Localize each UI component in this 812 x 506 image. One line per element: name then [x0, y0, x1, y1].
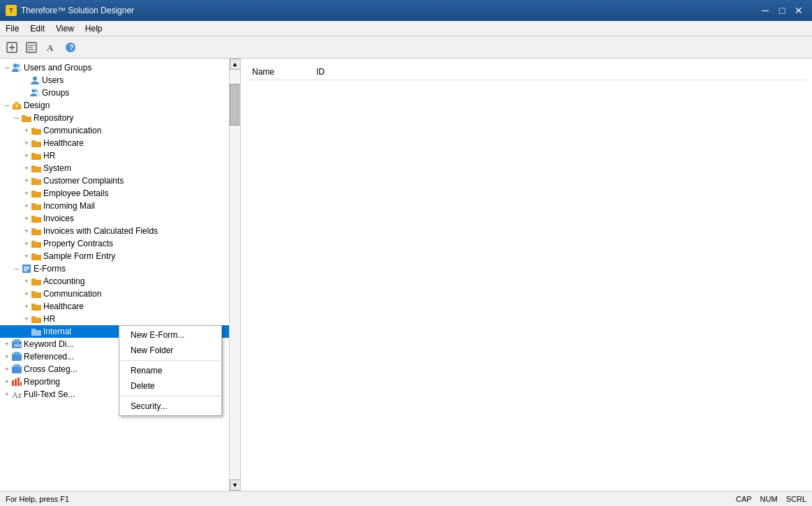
tree-label: Communication: [43, 289, 101, 299]
tree-label: Healthcare: [43, 302, 84, 311]
tree-label: Healthcare: [43, 138, 84, 148]
tree-label: Incoming Mail: [43, 201, 95, 211]
tree-item-design[interactable]: ─ Design: [0, 99, 229, 112]
tree-item-sample-form-entry[interactable]: + Sample Form Entry: [0, 250, 229, 262]
svg-rect-26: [12, 380, 14, 386]
tree-label: Users and Groups: [24, 63, 91, 73]
context-menu: New E-Form... New Folder Rename Delete S…: [119, 325, 222, 416]
context-menu-new-folder[interactable]: New Folder: [119, 343, 221, 358]
tree-item-eforms-communication[interactable]: + Communication: [0, 288, 229, 300]
context-menu-rename[interactable]: Rename: [119, 363, 221, 378]
tree-label: Groups: [42, 88, 69, 98]
tree-item-users[interactable]: Users: [0, 74, 229, 87]
svg-rect-21: [24, 270, 27, 271]
help-button[interactable]: ?: [61, 38, 80, 57]
tree-item-users-and-groups[interactable]: ─ Users and Groups: [0, 61, 229, 74]
tree-item-accounting[interactable]: + Accounting: [0, 275, 229, 288]
tree-item-customer-complaints[interactable]: + Customer Complaints: [0, 174, 229, 187]
tree-label: Cross Categ...: [24, 364, 77, 374]
scroll-up-arrow[interactable]: ▲: [230, 59, 241, 70]
scroll-thumb[interactable]: [230, 84, 239, 126]
tree-item-eforms-healthcare[interactable]: + Healthcare: [0, 300, 229, 313]
toolbar: A ?: [0, 36, 812, 59]
maximize-button[interactable]: □: [774, 3, 790, 18]
tree-label: System: [43, 163, 71, 173]
folder-icon: [31, 213, 42, 224]
tree-item-groups[interactable]: Groups: [0, 87, 229, 99]
menu-edit[interactable]: Edit: [24, 22, 50, 35]
context-menu-delete[interactable]: Delete: [119, 378, 221, 394]
svg-point-11: [17, 64, 20, 68]
folder-icon: [31, 175, 42, 186]
tree-label: Property Contracts: [43, 239, 113, 248]
scrollbar[interactable]: ▲ ▼: [229, 59, 240, 491]
folder-icon: [31, 251, 42, 262]
tree-item-repo-hr[interactable]: + HR: [0, 149, 229, 162]
folder-icon: [31, 125, 42, 136]
tree-label: E-Forms: [34, 264, 66, 274]
svg-point-12: [33, 77, 37, 81]
tree-item-eforms[interactable]: ─ E-Forms: [0, 262, 229, 275]
title-bar: T Therefore™ Solution Designer ─ □ ✕: [0, 0, 812, 21]
group-icon: [29, 87, 40, 98]
right-panel: Name ID: [241, 59, 812, 491]
tree-item-invoices[interactable]: + Invoices: [0, 212, 229, 225]
ref-icon: [11, 351, 22, 362]
menu-bar: File Edit View Help: [0, 21, 812, 36]
column-id: ID: [316, 67, 325, 77]
folder-icon: [31, 163, 42, 174]
folder-icon: [31, 238, 42, 249]
tree-label: Invoices: [43, 214, 74, 223]
svg-rect-20: [24, 269, 29, 270]
folder-icon: [31, 313, 42, 325]
tree-item-invoices-calc[interactable]: + Invoices with Calculated Fields: [0, 225, 229, 237]
svg-rect-29: [20, 382, 22, 386]
context-menu-new-eform[interactable]: New E-Form...: [119, 327, 221, 343]
menu-view[interactable]: View: [50, 22, 80, 35]
svg-rect-19: [24, 267, 29, 268]
tree-item-repo-system[interactable]: + System: [0, 162, 229, 174]
svg-text:abc: abc: [14, 342, 22, 348]
num-indicator: NUM: [760, 495, 778, 503]
menu-help[interactable]: Help: [80, 22, 108, 35]
tree-item-property-contracts[interactable]: + Property Contracts: [0, 237, 229, 250]
toolbar-btn-3[interactable]: A: [42, 38, 60, 57]
tree-label: Sample Form Entry: [43, 251, 115, 261]
tree-item-repo-communication[interactable]: + Communication: [0, 124, 229, 137]
tree-label: Accounting: [43, 276, 84, 286]
folder-icon: [31, 225, 42, 237]
toolbar-btn-2[interactable]: [22, 38, 40, 57]
tree-area[interactable]: ─ Users and Groups Users: [0, 59, 229, 491]
design-icon: [11, 100, 22, 111]
tree-label: Repository: [34, 113, 73, 123]
tree-item-repo-healthcare[interactable]: + Healthcare: [0, 137, 229, 149]
folder-icon: [31, 288, 42, 299]
tree-label: Referenced...: [24, 352, 74, 362]
context-menu-security[interactable]: Security...: [119, 399, 221, 414]
minimize-button[interactable]: ─: [758, 3, 773, 18]
tree-label: Keyword Di...: [24, 339, 73, 349]
svg-rect-28: [17, 378, 20, 386]
tree-label: Reporting: [24, 377, 60, 387]
menu-file[interactable]: File: [0, 22, 24, 35]
tree-label: Customer Complaints: [43, 176, 124, 186]
tree-label: Users: [42, 75, 64, 85]
tree-label: HR: [43, 151, 55, 161]
toolbar-btn-1[interactable]: [3, 38, 21, 57]
svg-rect-16: [15, 102, 19, 105]
svg-point-14: [35, 89, 38, 92]
svg-rect-27: [15, 379, 17, 386]
tree-item-eforms-hr[interactable]: + HR: [0, 313, 229, 325]
tree-label: Employee Details: [43, 188, 108, 198]
column-name: Name: [252, 67, 274, 77]
column-headers: Name ID: [246, 64, 806, 80]
tree-item-incoming-mail[interactable]: + Incoming Mail: [0, 200, 229, 212]
tree-item-repository[interactable]: ─ Repository: [0, 112, 229, 124]
tree-item-employee-details[interactable]: + Employee Details: [0, 187, 229, 200]
close-button[interactable]: ✕: [791, 3, 806, 18]
scroll-down-arrow[interactable]: ▼: [230, 479, 241, 491]
reporting-icon: [11, 376, 22, 387]
tree-label: Internal: [43, 327, 71, 336]
tree-label: HR: [43, 314, 55, 324]
folder-icon: [31, 326, 42, 337]
